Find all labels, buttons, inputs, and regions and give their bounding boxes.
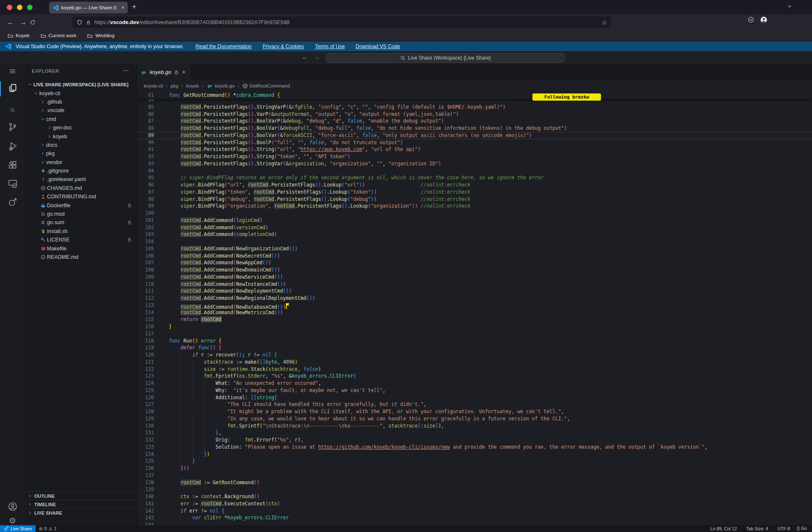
- code-line-89[interactable]: 89 rootCmd.PersistentFlags().BoolVar(&fo…: [137, 132, 812, 139]
- file-item[interactable]: LICENSE: [25, 236, 137, 244]
- code-line-130[interactable]: 130 fmt.Sprintf("\nStacktrace:\n--------…: [137, 422, 812, 430]
- forward-icon[interactable]: →: [17, 19, 30, 26]
- code-line-139[interactable]: 139: [137, 486, 812, 493]
- editor-tab-koyeb-go[interactable]: go koyeb.go ×: [137, 64, 192, 80]
- shield-icon[interactable]: [77, 19, 82, 25]
- remote-explorer-icon[interactable]: [0, 175, 25, 192]
- run-debug-icon[interactable]: [0, 137, 25, 154]
- file-item[interactable]: $install.sh: [25, 227, 137, 236]
- code-line-115[interactable]: 115 return rootCmd: [137, 316, 812, 323]
- bookmark-star-icon[interactable]: ☆: [601, 19, 607, 26]
- folder-item[interactable]: .vscode: [25, 106, 137, 115]
- status-item[interactable]: Ln 89, Col 12: [710, 526, 737, 531]
- folder-item[interactable]: gen-doc: [25, 123, 137, 132]
- browser-tab[interactable]: koyeb.go — Live Share (Worksp ×: [49, 2, 128, 14]
- problems-status[interactable]: ⊘ 0 ⚠ 1: [39, 526, 57, 531]
- live-share-view-icon[interactable]: [0, 194, 25, 211]
- code-line-118[interactable]: 118func Run() error {: [137, 337, 812, 345]
- breadcrumb-item[interactable]: GetRootCommand: [242, 83, 290, 89]
- code-line-106[interactable]: 106 rootCmd.AddCommand(NewSecretCmd()): [137, 252, 812, 260]
- code-line-122[interactable]: 122 size := runtime.Stack(stacktrace, fa…: [137, 366, 812, 373]
- banner-link[interactable]: Terms of Use: [315, 44, 345, 49]
- code-line-127[interactable]: 127 "The CLI should have handled this er…: [137, 401, 812, 408]
- live-share-section[interactable]: LIVE SHARE: [25, 508, 137, 517]
- menu-icon[interactable]: [0, 63, 25, 80]
- editor-tab-close-icon[interactable]: ×: [182, 69, 186, 75]
- code-line-135[interactable]: 135 }: [137, 458, 812, 465]
- url-bar[interactable]: https://vscode.dev/editor/liveshare/B306…: [72, 16, 611, 28]
- file-item[interactable]: README.md: [25, 253, 137, 261]
- file-item[interactable]: go.sum: [25, 218, 137, 227]
- following-participant-badge[interactable]: Following brmzkw: [532, 93, 601, 101]
- code-line-116[interactable]: 116}: [137, 323, 812, 330]
- banner-link[interactable]: Download VS Code: [356, 44, 400, 49]
- breadcrumb-item[interactable]: koyeb-cli: [144, 83, 163, 88]
- code-line-103[interactable]: 103 rootCmd.AddCommand(completionCmd): [137, 231, 812, 238]
- code-line-143[interactable]: 143 var cliErr *koyeb_errors.CLIError: [137, 514, 812, 521]
- code-line-111[interactable]: 111 rootCmd.AddCommand(NewDeploymentCmd(…: [137, 288, 812, 295]
- code-line-133[interactable]: 133 Solution: "Please open an issue at h…: [137, 444, 812, 451]
- explorer-icon[interactable]: [0, 80, 25, 96]
- code-line-94[interactable]: 94: [137, 167, 812, 175]
- code-line-123[interactable]: 123 fmt.Fprintf(os.Stderr, "%s", &koyeb_…: [137, 373, 812, 380]
- code-line-136[interactable]: 136 }(): [137, 465, 812, 472]
- code-line-132[interactable]: 132 Orig: fmt.Errorf("%s", r),: [137, 436, 812, 444]
- folder-item[interactable]: docs: [25, 141, 137, 149]
- nav-back-icon[interactable]: ←: [302, 54, 308, 60]
- outline-section[interactable]: OUTLINE: [25, 491, 137, 500]
- code-line-113[interactable]: 113 rootCmd.AddCommand(NewDatabaseCmd()): [137, 302, 812, 309]
- file-item[interactable]: go.mod: [25, 210, 137, 218]
- more-actions-icon[interactable]: ⋯: [123, 67, 129, 74]
- code-line-120[interactable]: 120 if r := recover(); r != nil {: [137, 351, 812, 359]
- code-line-137[interactable]: 137: [137, 472, 812, 479]
- folder-item[interactable]: vendor: [25, 158, 137, 167]
- folder-item[interactable]: .github: [25, 98, 137, 106]
- sticky-scroll-line[interactable]: 61func GetRootCommand() *cobra.Command {: [137, 92, 812, 99]
- code-line-142[interactable]: 142 if err != nil {: [137, 507, 812, 515]
- file-item[interactable]: !.goreleaser.yaml: [25, 175, 137, 184]
- back-icon[interactable]: ←: [4, 19, 17, 26]
- language-mode-status[interactable]: {} Go: [797, 526, 812, 531]
- reload-icon[interactable]: [30, 19, 42, 25]
- banner-link[interactable]: Read the Documentation: [195, 44, 252, 49]
- pocket-icon[interactable]: [748, 16, 754, 23]
- code-line-95[interactable]: 95 // viper.BindPFlag returns an error o…: [137, 174, 812, 181]
- code-line-104[interactable]: 104: [137, 238, 812, 245]
- code-line-117[interactable]: 117: [137, 330, 812, 337]
- code-line-129[interactable]: 129 "In any case, we would love to hear …: [137, 415, 812, 422]
- bookmark-item[interactable]: Current work: [41, 33, 77, 38]
- code-line-125[interactable]: 125 Why: "it's maybe our fault, or maybe…: [137, 387, 812, 394]
- code-line-126[interactable]: 126 Additional: []string{: [137, 394, 812, 401]
- file-item[interactable]: CHANGES.md: [25, 184, 137, 192]
- bookmark-item[interactable]: Koyeb: [8, 33, 30, 38]
- window-zoom-button[interactable]: [27, 5, 33, 10]
- code-line-100[interactable]: 100: [137, 210, 812, 217]
- code-line-128[interactable]: 128 "It might be a problem with the CLI …: [137, 408, 812, 415]
- code-line-119[interactable]: 119 defer func() {: [137, 344, 812, 351]
- file-item[interactable]: Dockerfile: [25, 201, 137, 209]
- code-line-91[interactable]: 91 rootCmd.PersistentFlags().String("url…: [137, 146, 812, 153]
- code-line-114[interactable]: 114 rootCmd.AddCommand(NewMetricsCmd()): [137, 309, 812, 316]
- status-item[interactable]: UTF-8: [777, 526, 790, 531]
- tab-close-icon[interactable]: ×: [121, 5, 124, 11]
- new-tab-button[interactable]: +: [132, 3, 137, 11]
- code-line-101[interactable]: 101 rootCmd.AddCommand(loginCmd): [137, 217, 812, 224]
- workspace-root-item[interactable]: LIVE SHARE (WORKSPACE) [LIVE SHARE]: [25, 80, 137, 89]
- code-line-141[interactable]: 141 err := rootCmd.ExecuteContext(ctx): [137, 500, 812, 507]
- code-line-134[interactable]: 134 }): [137, 451, 812, 458]
- file-item[interactable]: CONTRIBUTING.md: [25, 192, 137, 201]
- extensions-icon[interactable]: [0, 156, 25, 173]
- bookmark-item[interactable]: Wedding: [87, 33, 114, 38]
- source-control-icon[interactable]: [0, 118, 25, 135]
- code-line-87[interactable]: 87 rootCmd.PersistentFlags().BoolVarP(&d…: [137, 118, 812, 125]
- breadcrumb-item[interactable]: pkg: [170, 83, 178, 88]
- code-editor[interactable]: 8485 rootCmd.PersistentFlags().StringVar…: [137, 92, 812, 525]
- live-share-status-button[interactable]: Live Share: [0, 525, 36, 532]
- account-avatar-icon[interactable]: [760, 16, 767, 23]
- folder-item[interactable]: koyeb: [25, 132, 137, 140]
- code-line-93[interactable]: 93 rootCmd.PersistentFlags().StringVar(&…: [137, 160, 812, 167]
- code-line-99[interactable]: 99 viper.BindPFlag("organization", rootC…: [137, 203, 812, 210]
- code-line-121[interactable]: 121 stacktrace := make([]byte, 4096): [137, 359, 812, 366]
- code-line-85[interactable]: 85 rootCmd.PersistentFlags().StringVarP(…: [137, 104, 812, 111]
- code-line-92[interactable]: 92 rootCmd.PersistentFlags().String("tok…: [137, 153, 812, 160]
